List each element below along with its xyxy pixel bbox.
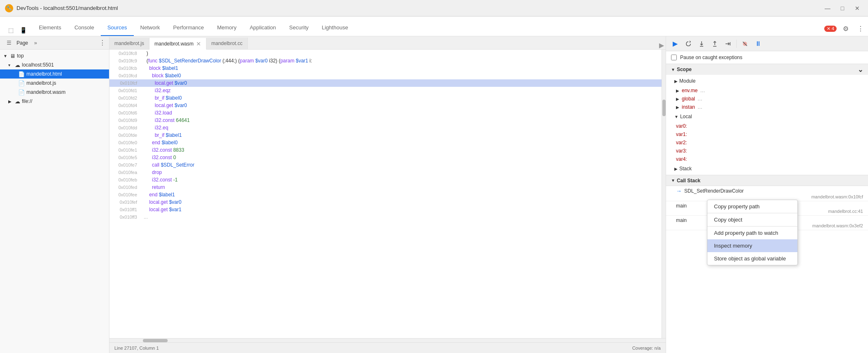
editor-tab-mandelbrot-cc[interactable]: mandelbrot.cc [206, 38, 248, 49]
stack-header[interactable]: ▶ Stack [666, 163, 868, 174]
local-item-var2[interactable]: var2: [666, 138, 868, 147]
code-line-19: 0x010fed return [109, 184, 662, 191]
tab-application[interactable]: Application [243, 19, 283, 36]
minimize-button[interactable]: — [822, 2, 833, 14]
editor-tab-mandelbrot-js[interactable]: mandelbrot.js [109, 38, 149, 49]
settings-button[interactable]: ⚙ [840, 23, 851, 34]
tree-arrow-top: ▼ [3, 54, 8, 58]
step-out-button[interactable] [709, 38, 721, 50]
code-scrollbar-thumb[interactable] [662, 100, 666, 116]
instan-more: … [697, 104, 702, 110]
code-line-12: 0x010fde br_if $label1 [109, 131, 662, 139]
context-copy-object[interactable]: Copy object [707, 213, 797, 226]
titlebar-controls: — □ ✕ [822, 2, 863, 14]
close-wasm-tab-button[interactable]: ✕ [196, 41, 201, 47]
pause-on-exceptions-row: Pause on caught exceptions [666, 51, 868, 64]
tab-network[interactable]: Network [134, 19, 167, 36]
step-button[interactable] [722, 38, 734, 50]
code-scrollbar[interactable] [662, 50, 666, 338]
tab-console[interactable]: Console [68, 19, 101, 36]
editor-area: mandelbrot.js mandelbrot.wasm ✕ mandelbr… [109, 36, 666, 353]
tabbar: ⬚ 📱 Elements Console Sources Network Per… [0, 17, 868, 36]
inspect-element-button[interactable]: ⬚ [5, 24, 17, 36]
module-item-instan[interactable]: ▶ instan … [666, 103, 868, 111]
tab-elements[interactable]: Elements [32, 19, 68, 36]
tree-item-mandelbrot-js[interactable]: 📄 mandelbrot.js [0, 79, 109, 88]
code-line-11: 0x010fdd i32.eq [109, 124, 662, 131]
code-line-8: 0x010fd4 local.get $var0 [109, 102, 662, 109]
env-expand-arrow[interactable]: ▶ [676, 88, 679, 93]
left-panel-title: Page [17, 40, 28, 46]
stack-arrow: ▶ [674, 167, 678, 171]
editor-tabs-right: ▶ [659, 41, 666, 49]
step-over-button[interactable] [683, 38, 694, 50]
module-header[interactable]: ▶ Module [666, 76, 868, 86]
resume-button[interactable]: ▶ [669, 38, 681, 50]
callstack-item-1[interactable]: → SDL_SetRenderDrawColor mandelbrot.wasm… [666, 186, 868, 201]
tab-lighthouse[interactable]: Lighthouse [315, 19, 355, 36]
module-items: ▶ env.me … ▶ global … ▶ instan … [666, 86, 868, 111]
tree-arrow-file: ▶ [8, 99, 13, 104]
main-container: ☰ Page » ⋮ ▼ 🖥 top ▾ ☁ localhost:5501 📄 … [0, 36, 868, 353]
local-item-var4[interactable]: var4: [666, 155, 868, 163]
scope-title: Scope [677, 67, 692, 72]
global-expand-arrow[interactable]: ▶ [676, 97, 679, 101]
code-line-10: 0x010fd9 i32.const 64641 [109, 117, 662, 124]
editor-tab-mandelbrot-wasm[interactable]: mandelbrot.wasm ✕ [149, 38, 206, 50]
play-button[interactable]: ▶ [659, 41, 664, 49]
pause-on-exceptions-label[interactable]: Pause on caught exceptions [680, 55, 742, 60]
code-hscrollbar-thumb[interactable] [143, 339, 168, 342]
pause-on-exceptions-button[interactable]: ⏸ [752, 38, 764, 50]
code-line-6: 0x010fd1 i32.eqz [109, 87, 662, 94]
code-line-5-highlighted: 0x010fcf local.get $var0 [109, 79, 662, 87]
code-line-23: 0x010ff3 ... [109, 213, 662, 221]
code-line-22: 0x010ff1 local.get $var1 [109, 206, 662, 213]
tree-item-mandelbrot-html[interactable]: 📄 mandelbrot.html [0, 69, 109, 79]
left-panel: ☰ Page » ⋮ ▼ 🖥 top ▾ ☁ localhost:5501 📄 … [0, 36, 109, 353]
local-arrow: ▼ [674, 114, 678, 119]
deactivate-breakpoints-button[interactable] [739, 38, 751, 50]
local-item-var3[interactable]: var3: [666, 147, 868, 155]
left-panel-more-button[interactable]: ⋮ [99, 39, 106, 47]
module-item-env[interactable]: ▶ env.me … [666, 86, 868, 95]
scope-header[interactable]: ▼ Scope ⌄ [666, 64, 868, 75]
tab-memory[interactable]: Memory [211, 19, 243, 36]
code-hscrollbar[interactable] [109, 338, 666, 342]
tab-sources[interactable]: Sources [101, 19, 134, 36]
tabbar-right: ✕ 4 ⚙ ⋮ [824, 23, 866, 36]
code-editor[interactable]: 0x010fc8 ) 0x010fc9 (func $SDL_SetRender… [109, 50, 662, 338]
error-badge[interactable]: ✕ 4 [824, 26, 837, 32]
context-add-to-watch[interactable]: Add property path to watch [707, 227, 797, 239]
device-toolbar-button[interactable]: 📱 [17, 24, 29, 36]
module-title: Module [679, 78, 695, 84]
close-button[interactable]: ✕ [851, 2, 863, 14]
local-header[interactable]: ▼ Local [666, 111, 868, 122]
debug-controls: ▶ [666, 36, 868, 51]
code-line-2: 0x010fc9 (func $SDL_SetRenderDrawColor (… [109, 57, 662, 64]
callstack-header[interactable]: ▼ Call Stack [666, 175, 868, 186]
context-inspect-memory[interactable]: Inspect memory [707, 239, 797, 252]
local-item-var0[interactable]: var0: [666, 122, 868, 130]
tree-item-file[interactable]: ▶ ☁ file:// [0, 97, 109, 106]
editor-status-coverage: Coverage: n/a [632, 346, 661, 351]
context-copy-property-path[interactable]: Copy property path [707, 200, 797, 213]
context-store-global[interactable]: Store object as global variable [707, 252, 797, 265]
scope-section: ▼ Scope ⌄ ▶ Module ▶ env.me … ▶ [666, 64, 868, 175]
tree-item-mandelbrot-wasm[interactable]: 📄 mandelbrot.wasm [0, 88, 109, 97]
scope-content: ▶ Module ▶ env.me … ▶ global … ▶ [666, 75, 868, 175]
tree-item-localhost[interactable]: ▾ ☁ localhost:5501 [0, 60, 109, 69]
code-line-20: 0x010fee end $label1 [109, 191, 662, 198]
scope-expand-all-button[interactable]: ⌄ [858, 66, 863, 74]
more-options-button[interactable]: ⋮ [855, 23, 866, 34]
maximize-button[interactable]: □ [837, 2, 848, 14]
tree-item-top[interactable]: ▼ 🖥 top [0, 51, 109, 60]
module-item-global[interactable]: ▶ global … [666, 95, 868, 103]
step-into-button[interactable] [696, 38, 707, 50]
tab-security[interactable]: Security [282, 19, 315, 36]
more-tabs-button[interactable]: » [30, 37, 41, 49]
sidebar-toggle-button[interactable]: ☰ [3, 37, 15, 49]
tab-performance[interactable]: Performance [166, 19, 210, 36]
local-item-var1[interactable]: var1: [666, 130, 868, 138]
pause-on-exceptions-checkbox[interactable] [671, 55, 677, 60]
instan-expand-arrow[interactable]: ▶ [676, 105, 679, 110]
